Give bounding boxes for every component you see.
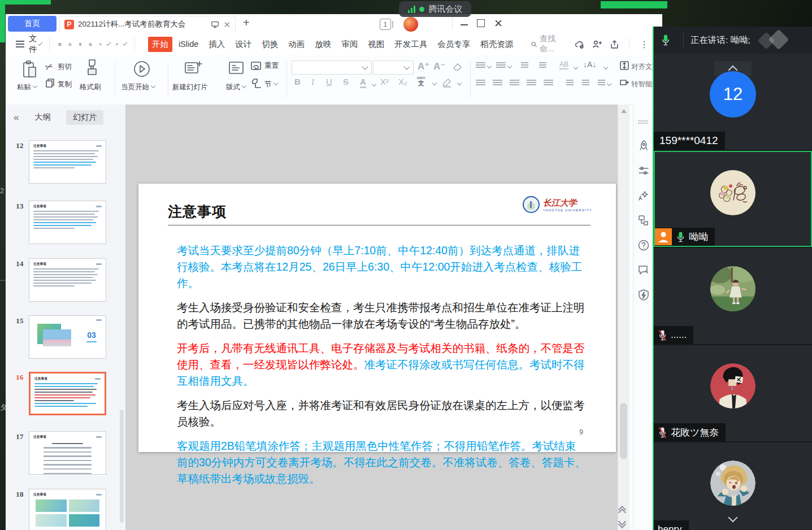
distribute-icon[interactable] — [544, 79, 553, 89]
play-from-current-icon[interactable] — [133, 60, 151, 78]
copy-label[interactable]: 复制 — [58, 80, 72, 89]
ribbon-tab-会员专享[interactable]: 会员专享 — [433, 37, 474, 52]
flowchart-icon[interactable] — [637, 214, 650, 227]
invite-collaborator-icon[interactable] — [592, 39, 602, 50]
tab-outline[interactable]: 大纲 — [28, 110, 57, 125]
participant-tile[interactable]: 12159****0412 — [654, 54, 812, 150]
character-spacing-icon[interactable]: AB — [559, 60, 568, 69]
participant-tile[interactable]: 花敗ツ無奈 — [654, 345, 812, 441]
strip-handle-icon[interactable] — [638, 120, 648, 121]
current-slide[interactable]: 注意事项 长江大学 YANGTZE UNIVERSITY 考试当天要求至少提前8… — [138, 184, 616, 452]
reset-icon[interactable] — [250, 60, 263, 72]
ribbon-tab-稻壳资源[interactable]: 稻壳资源 — [476, 37, 517, 52]
ribbon-tab-动画[interactable]: 动画 — [284, 37, 309, 52]
upgrade-bolt-icon[interactable] — [637, 289, 650, 301]
font-name-select[interactable] — [292, 60, 372, 75]
export-icon[interactable] — [68, 39, 72, 50]
help-icon[interactable] — [637, 239, 650, 251]
ribbon-tab-iSlide[interactable]: iSlide — [175, 37, 202, 51]
settings-sliders-icon[interactable] — [637, 164, 650, 177]
paste-label[interactable]: 粘贴 — [17, 82, 39, 92]
undo-chevron-icon[interactable] — [107, 41, 111, 46]
slide-thumbnail-15[interactable]: 03 — [29, 315, 106, 359]
ribbon-tab-视图[interactable]: 视图 — [364, 37, 388, 52]
copy-icon[interactable] — [45, 78, 55, 88]
search-command[interactable]: 查找命... — [527, 34, 558, 54]
slide-thumbnail-18[interactable]: 注意事项 — [29, 489, 106, 530]
decrease-indent-icon[interactable] — [521, 62, 528, 72]
undo-icon[interactable] — [99, 39, 102, 50]
print-icon[interactable] — [79, 39, 82, 50]
ribbon-tab-放映[interactable]: 放映 — [311, 37, 335, 52]
slide-thumbnail-16[interactable]: 注意事项 — [29, 372, 106, 415]
minimize-button[interactable] — [461, 24, 468, 25]
increase-font-icon[interactable]: A⁺ — [418, 60, 429, 72]
underline-button[interactable]: U — [326, 77, 332, 86]
home-tab[interactable]: 首页 — [8, 16, 57, 32]
document-count-badge[interactable]: 1 — [380, 19, 393, 30]
reset-label[interactable]: 重置 — [264, 61, 279, 71]
print-preview-icon[interactable] — [89, 39, 92, 50]
effects-star-icon[interactable] — [637, 189, 650, 202]
cut-label[interactable]: 剪切 — [58, 62, 72, 72]
strikethrough-button[interactable]: S — [343, 77, 349, 86]
paste-icon[interactable] — [21, 60, 38, 80]
pinyin-guide-button[interactable]: wén文 — [417, 76, 425, 86]
close-document-icon[interactable]: ✕ — [223, 20, 231, 29]
justify-icon[interactable] — [527, 79, 536, 89]
meeting-floating-pill[interactable]: 腾讯会议 — [399, 1, 471, 17]
participant-tile[interactable]: 呦呦 — [654, 151, 812, 247]
font-color-button[interactable]: A — [360, 77, 366, 88]
pinyin-chevron-icon[interactable] — [432, 81, 437, 85]
file-menu[interactable]: 文件 — [29, 33, 37, 55]
bold-button[interactable]: B — [294, 77, 301, 86]
close-window-button[interactable]: ✕ — [494, 18, 503, 29]
line-spacing-up-icon[interactable] — [566, 79, 574, 89]
subscript-button[interactable]: X₂ — [398, 77, 407, 86]
scroll-up-arrow-icon[interactable] — [621, 109, 627, 113]
rocket-quick-tools-icon[interactable] — [637, 140, 650, 152]
share-icon[interactable] — [609, 39, 620, 50]
feedback-icon[interactable] — [637, 264, 650, 276]
section-icon[interactable] — [251, 78, 262, 89]
bullet-list-icon[interactable] — [476, 62, 493, 72]
tab-slides[interactable]: 幻灯片 — [66, 110, 103, 125]
participant-tile[interactable]: ...... — [654, 248, 812, 344]
ribbon-tab-审阅[interactable]: 审阅 — [337, 37, 362, 52]
canvas-scrollbar[interactable] — [618, 105, 629, 530]
ribbon-tab-开始[interactable]: 开始 — [148, 37, 172, 52]
next-slide-button[interactable] — [619, 522, 625, 527]
maximize-button[interactable] — [477, 19, 485, 27]
section-label[interactable]: 节 — [264, 80, 280, 89]
collapse-panel-icon[interactable]: « — [14, 112, 19, 123]
slide-thumbnail-14[interactable]: 注意事项 — [29, 258, 106, 302]
participant-tile[interactable]: henry — [654, 442, 812, 530]
line-spacing-icon[interactable] — [598, 79, 613, 89]
new-tab-button[interactable]: + — [243, 16, 250, 29]
cut-icon[interactable]: ✂ — [44, 60, 55, 74]
to-smart-graphic-icon[interactable] — [619, 78, 629, 88]
redo-icon[interactable] — [115, 39, 119, 50]
text-direction-chevron-icon[interactable] — [603, 65, 608, 69]
align-right-icon[interactable] — [510, 79, 519, 89]
new-slide-label[interactable]: 新建幻灯片 — [172, 82, 208, 92]
layout-icon[interactable] — [228, 60, 245, 76]
previous-slide-button[interactable] — [619, 507, 625, 512]
align-text-label[interactable]: 对齐文本 — [631, 62, 654, 72]
font-color-chevron-icon[interactable] — [372, 82, 376, 86]
align-text-icon[interactable] — [619, 60, 629, 71]
character-spacing-chevron-icon[interactable] — [574, 65, 578, 69]
thumbnail-scrollbar[interactable] — [120, 410, 124, 523]
increase-indent-icon[interactable] — [539, 62, 546, 72]
slide-thumbnail-17[interactable]: 注意事项 — [29, 431, 106, 475]
hamburger-menu-icon[interactable] — [16, 41, 24, 47]
line-spacing-down-icon[interactable] — [582, 79, 589, 89]
ribbon-tab-开发工具[interactable]: 开发工具 — [390, 37, 431, 52]
numbered-list-icon[interactable] — [496, 62, 514, 72]
more-quick-tools-chevron-icon[interactable] — [123, 41, 128, 46]
new-slide-icon[interactable] — [184, 59, 203, 79]
slide-thumbnail-13[interactable]: 注意事项 — [29, 201, 106, 244]
align-center-icon[interactable] — [493, 79, 502, 89]
cloud-sync-icon[interactable] — [574, 39, 585, 50]
ribbon-tab-切换[interactable]: 切换 — [258, 37, 282, 52]
